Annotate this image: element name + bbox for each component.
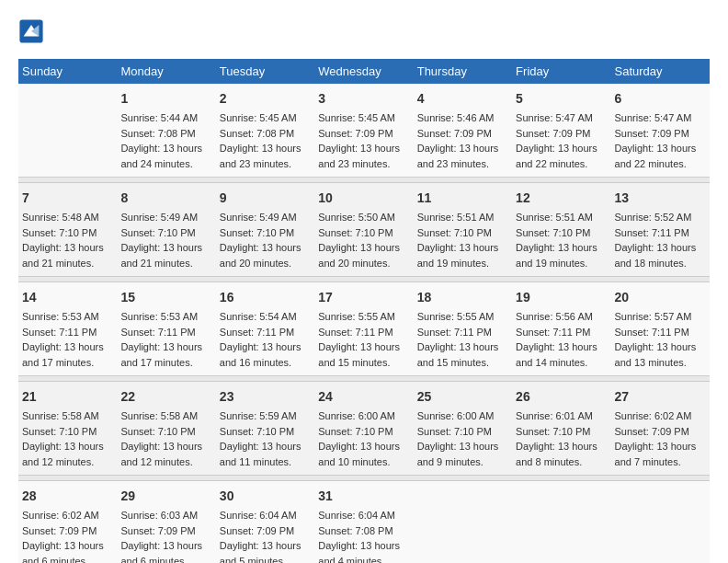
day-cell: 17Sunrise: 5:55 AMSunset: 7:11 PMDayligh… — [314, 282, 413, 376]
day-cell: 15Sunrise: 5:53 AMSunset: 7:11 PMDayligh… — [117, 282, 215, 376]
day-cell: 24Sunrise: 6:00 AMSunset: 7:10 PMDayligh… — [314, 382, 413, 476]
day-number: 6 — [615, 89, 706, 109]
day-number: 4 — [417, 89, 508, 109]
day-cell: 20Sunrise: 5:57 AMSunset: 7:11 PMDayligh… — [611, 282, 710, 376]
day-number: 27 — [615, 387, 706, 407]
day-number: 2 — [220, 89, 311, 109]
day-number: 11 — [417, 189, 508, 208]
day-number: 21 — [22, 387, 113, 407]
day-cell: 22Sunrise: 5:58 AMSunset: 7:10 PMDayligh… — [117, 382, 215, 476]
day-number: 18 — [417, 288, 508, 307]
day-cell: 6Sunrise: 5:47 AMSunset: 7:09 PMDaylight… — [611, 84, 710, 178]
day-number: 25 — [417, 387, 508, 407]
calendar-table: SundayMondayTuesdayWednesdayThursdayFrid… — [18, 59, 710, 563]
header-wednesday: Wednesday — [314, 59, 413, 84]
day-number: 16 — [220, 288, 311, 307]
day-number: 10 — [318, 189, 409, 208]
day-cell: 12Sunrise: 5:51 AMSunset: 7:10 PMDayligh… — [512, 183, 610, 277]
day-number: 13 — [615, 189, 706, 208]
day-cell — [18, 84, 117, 178]
week-row-4: 21Sunrise: 5:58 AMSunset: 7:10 PMDayligh… — [18, 382, 710, 476]
day-number: 5 — [516, 89, 607, 109]
day-cell: 2Sunrise: 5:45 AMSunset: 7:08 PMDaylight… — [216, 84, 314, 178]
day-number: 12 — [516, 189, 607, 208]
day-cell: 31Sunrise: 6:04 AMSunset: 7:08 PMDayligh… — [314, 481, 413, 564]
day-cell: 4Sunrise: 5:46 AMSunset: 7:09 PMDaylight… — [414, 84, 512, 178]
day-number: 20 — [615, 288, 706, 307]
day-cell: 7Sunrise: 5:48 AMSunset: 7:10 PMDaylight… — [18, 183, 117, 277]
day-cell: 16Sunrise: 5:54 AMSunset: 7:11 PMDayligh… — [216, 282, 314, 376]
week-row-2: 7Sunrise: 5:48 AMSunset: 7:10 PMDaylight… — [18, 183, 710, 277]
day-number: 28 — [22, 487, 113, 506]
day-cell: 21Sunrise: 5:58 AMSunset: 7:10 PMDayligh… — [18, 382, 117, 476]
header-sunday: Sunday — [18, 59, 117, 84]
day-cell: 23Sunrise: 5:59 AMSunset: 7:10 PMDayligh… — [216, 382, 314, 476]
header-friday: Friday — [512, 59, 610, 84]
day-cell: 1Sunrise: 5:44 AMSunset: 7:08 PMDaylight… — [117, 84, 215, 178]
week-row-1: 1Sunrise: 5:44 AMSunset: 7:08 PMDaylight… — [18, 84, 710, 178]
day-number: 24 — [318, 387, 409, 407]
day-cell — [512, 481, 610, 564]
day-cell: 19Sunrise: 5:56 AMSunset: 7:11 PMDayligh… — [512, 282, 610, 376]
header-monday: Monday — [117, 59, 215, 84]
day-number: 22 — [120, 387, 211, 407]
day-cell: 27Sunrise: 6:02 AMSunset: 7:09 PMDayligh… — [611, 382, 710, 476]
day-cell — [414, 481, 512, 564]
day-cell: 3Sunrise: 5:45 AMSunset: 7:09 PMDaylight… — [314, 84, 413, 178]
day-cell: 25Sunrise: 6:00 AMSunset: 7:10 PMDayligh… — [414, 382, 512, 476]
day-cell: 29Sunrise: 6:03 AMSunset: 7:09 PMDayligh… — [117, 481, 215, 564]
day-number: 31 — [318, 487, 409, 506]
day-cell: 10Sunrise: 5:50 AMSunset: 7:10 PMDayligh… — [314, 183, 413, 277]
day-number: 14 — [22, 288, 113, 307]
day-number: 17 — [318, 288, 409, 307]
day-cell: 26Sunrise: 6:01 AMSunset: 7:10 PMDayligh… — [512, 382, 610, 476]
header-saturday: Saturday — [611, 59, 710, 84]
day-cell — [611, 481, 710, 564]
day-number: 30 — [220, 487, 311, 506]
day-number: 9 — [220, 189, 311, 208]
day-cell: 11Sunrise: 5:51 AMSunset: 7:10 PMDayligh… — [414, 183, 512, 277]
day-cell: 5Sunrise: 5:47 AMSunset: 7:09 PMDaylight… — [512, 84, 610, 178]
day-number: 7 — [22, 189, 113, 208]
page-header — [18, 18, 710, 44]
header-row: SundayMondayTuesdayWednesdayThursdayFrid… — [18, 59, 710, 84]
day-number: 15 — [120, 288, 211, 307]
day-number: 8 — [120, 189, 211, 208]
day-number: 29 — [120, 487, 211, 506]
week-row-5: 28Sunrise: 6:02 AMSunset: 7:09 PMDayligh… — [18, 481, 710, 564]
day-number: 3 — [318, 89, 409, 109]
day-cell: 28Sunrise: 6:02 AMSunset: 7:09 PMDayligh… — [18, 481, 117, 564]
day-number: 23 — [220, 387, 311, 407]
logo — [18, 18, 48, 44]
header-tuesday: Tuesday — [216, 59, 314, 84]
header-thursday: Thursday — [414, 59, 512, 84]
day-cell: 8Sunrise: 5:49 AMSunset: 7:10 PMDaylight… — [117, 183, 215, 277]
day-cell: 30Sunrise: 6:04 AMSunset: 7:09 PMDayligh… — [216, 481, 314, 564]
day-number: 1 — [120, 89, 211, 109]
day-cell: 9Sunrise: 5:49 AMSunset: 7:10 PMDaylight… — [216, 183, 314, 277]
day-cell: 14Sunrise: 5:53 AMSunset: 7:11 PMDayligh… — [18, 282, 117, 376]
day-number: 19 — [516, 288, 607, 307]
day-cell: 13Sunrise: 5:52 AMSunset: 7:11 PMDayligh… — [611, 183, 710, 277]
day-cell: 18Sunrise: 5:55 AMSunset: 7:11 PMDayligh… — [414, 282, 512, 376]
day-number: 26 — [516, 387, 607, 407]
logo-icon — [18, 18, 44, 44]
week-row-3: 14Sunrise: 5:53 AMSunset: 7:11 PMDayligh… — [18, 282, 710, 376]
